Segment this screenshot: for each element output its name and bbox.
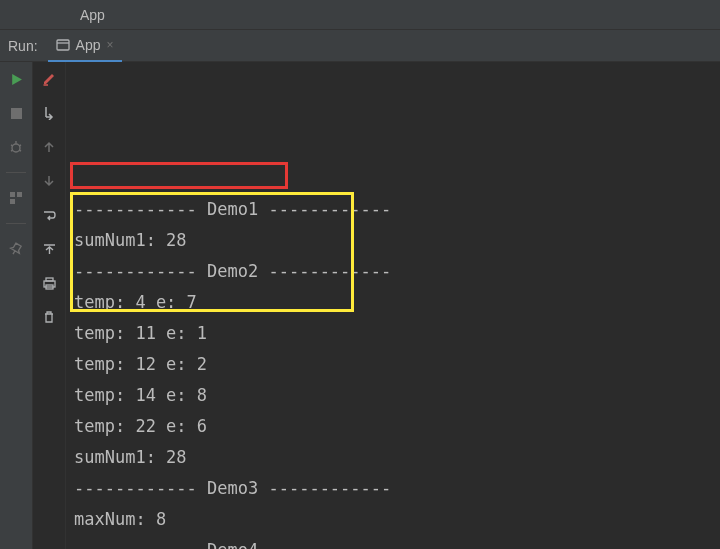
console-action-gutter (33, 62, 66, 549)
close-icon[interactable]: × (107, 38, 114, 52)
run-tab[interactable]: App × (48, 30, 122, 62)
console-line: temp: 22 e: 6 (74, 411, 716, 442)
console-line: ------------ Demo2 ------------ (74, 256, 716, 287)
stop-button[interactable] (5, 102, 27, 124)
svg-line-7 (11, 150, 13, 151)
highlight-red (70, 162, 288, 189)
svg-rect-2 (11, 108, 22, 119)
separator (6, 223, 26, 224)
svg-rect-11 (10, 199, 15, 204)
edit-icon[interactable] (38, 68, 60, 90)
console-line: temp: 14 e: 8 (74, 380, 716, 411)
console-line: ------------ Demo3 ------------ (74, 473, 716, 504)
layout-button[interactable] (5, 187, 27, 209)
separator (6, 172, 26, 173)
svg-rect-15 (46, 278, 53, 281)
console-line: temp: 11 e: 1 (74, 318, 716, 349)
svg-line-8 (19, 150, 21, 151)
editor-tab-bar: App (0, 0, 720, 30)
console-line: sumNum1: 28 (74, 225, 716, 256)
run-tab-title: App (76, 37, 101, 53)
run-config-icon (56, 38, 70, 52)
run-toolwindow-body: ------------ Demo1 ------------sumNum1: … (0, 62, 720, 549)
svg-rect-10 (17, 192, 22, 197)
soft-wrap-icon[interactable] (38, 204, 60, 226)
svg-point-3 (12, 144, 20, 152)
console-line: temp: 4 e: 7 (74, 287, 716, 318)
scroll-to-end-icon[interactable] (38, 102, 60, 124)
run-label: Run: (0, 38, 48, 54)
svg-rect-0 (57, 40, 69, 50)
trash-icon[interactable] (38, 306, 60, 328)
run-action-gutter (0, 62, 33, 549)
print-icon[interactable] (38, 272, 60, 294)
console-line: ------------ Demo1 ------------ (74, 194, 716, 225)
scroll-to-top-icon[interactable] (38, 238, 60, 260)
svg-rect-9 (10, 192, 15, 197)
run-button[interactable] (5, 68, 27, 90)
console-output[interactable]: ------------ Demo1 ------------sumNum1: … (66, 62, 720, 549)
console-line: temp: 12 e: 2 (74, 349, 716, 380)
editor-tab-title[interactable]: App (80, 7, 105, 23)
console-line: ------------ Demo4 ------------ (74, 535, 716, 549)
debug-button[interactable] (5, 136, 27, 158)
svg-line-5 (11, 145, 13, 146)
run-toolwindow-header: Run: App × (0, 30, 720, 62)
svg-line-6 (19, 145, 21, 146)
console-line: maxNum: 8 (74, 504, 716, 535)
up-icon[interactable] (38, 136, 60, 158)
pin-button[interactable] (5, 238, 27, 260)
console-line: sumNum1: 28 (74, 442, 716, 473)
down-icon[interactable] (38, 170, 60, 192)
